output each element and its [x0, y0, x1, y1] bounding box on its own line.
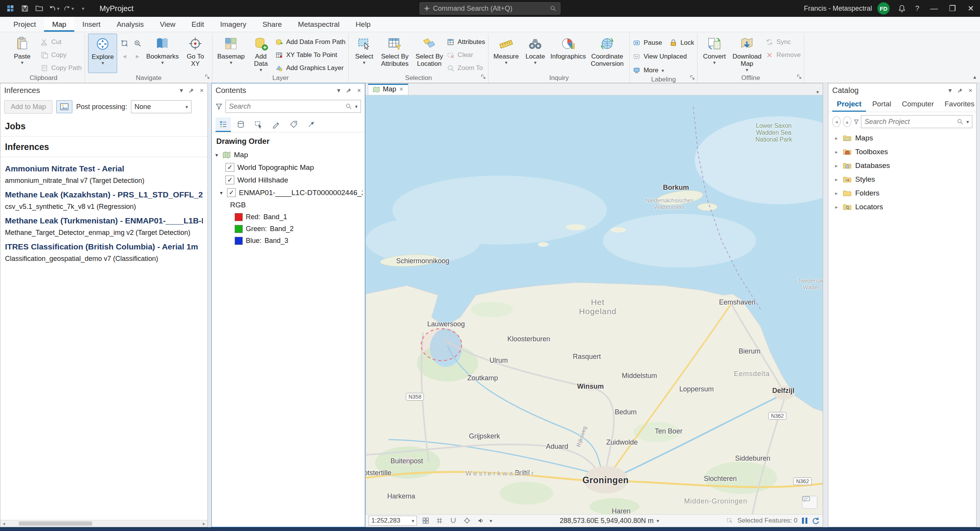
- layer-checkbox[interactable]: ✓: [225, 163, 234, 172]
- inferences-close-icon[interactable]: ×: [200, 87, 204, 94]
- clear-selection-button[interactable]: Clear: [447, 50, 485, 60]
- expander-open-icon[interactable]: ▾: [219, 190, 224, 196]
- copy-path-button[interactable]: Copy Path: [41, 63, 82, 73]
- pin-icon[interactable]: [188, 88, 194, 94]
- add-graphics-layer-button[interactable]: Add Graphics Layer: [275, 63, 345, 73]
- coordinate-readout[interactable]: 288,573.60E 5,949,400.80N m ▾: [496, 517, 723, 525]
- tab-share[interactable]: Share: [255, 17, 290, 32]
- minimize-button[interactable]: —: [925, 0, 943, 17]
- contents-menu-chevron-icon[interactable]: ▾: [337, 86, 341, 94]
- undo-button[interactable]: ▾: [47, 2, 60, 15]
- tab-labeling[interactable]: [286, 117, 301, 132]
- crosshair-icon[interactable]: [462, 517, 472, 524]
- cut-button[interactable]: Cut: [41, 37, 82, 47]
- post-processing-select[interactable]: None ▾: [131, 100, 191, 113]
- attributes-button[interactable]: Attributes: [447, 37, 485, 47]
- bookmarks-button[interactable]: Bookmarks ▾: [145, 34, 180, 73]
- pause-drawing-button[interactable]: [802, 518, 807, 524]
- tab-drawing-order[interactable]: [216, 117, 231, 132]
- band-blue-row[interactable]: Blue: Band_3: [212, 235, 365, 247]
- search-options-chevron-icon[interactable]: ▾: [355, 104, 358, 109]
- tab-project[interactable]: Project: [5, 17, 44, 32]
- expander-collapsed-icon[interactable]: ▸: [834, 135, 839, 141]
- pause-labeling-button[interactable]: Pause: [633, 37, 662, 48]
- catalog-node-locators[interactable]: ▸ Locators: [828, 200, 976, 214]
- tab-edit[interactable]: Edit: [183, 17, 212, 32]
- list-item[interactable]: Methane Leak (Kazakhstan) - PRS_L1_STD_O…: [0, 185, 207, 211]
- previous-extent-icon[interactable]: ◂: [119, 50, 130, 62]
- collapse-ribbon-icon[interactable]: ▴: [973, 73, 976, 80]
- scroll-right-icon[interactable]: ▸: [201, 521, 207, 526]
- expander-open-icon[interactable]: ▾: [214, 152, 219, 158]
- tab-help[interactable]: Help: [348, 17, 379, 32]
- close-button[interactable]: ✕: [962, 0, 980, 17]
- pin-icon[interactable]: [957, 88, 963, 94]
- sound-icon[interactable]: [476, 517, 486, 524]
- offline-dialog-launcher-icon[interactable]: [797, 73, 802, 81]
- scale-select[interactable]: 1:252,283 ▾: [369, 516, 417, 526]
- filter-icon[interactable]: [216, 103, 222, 110]
- tab-view[interactable]: View: [152, 17, 183, 32]
- preview-image-button[interactable]: [56, 100, 72, 113]
- coordinate-conversion-button[interactable]: Coordinate Conversion: [588, 34, 626, 73]
- layer-grid-icon[interactable]: [421, 517, 431, 524]
- copy-button[interactable]: Copy: [41, 50, 82, 60]
- download-map-button[interactable]: Download Map ▾: [730, 34, 764, 73]
- scrollbar-thumb[interactable]: [19, 521, 92, 526]
- tab-metaspectral[interactable]: Metaspectral: [290, 17, 348, 32]
- map-view-tab[interactable]: Map ×: [368, 83, 408, 95]
- fixed-zoom-in-icon[interactable]: [132, 37, 143, 49]
- close-map-tab-icon[interactable]: ×: [399, 85, 403, 93]
- pin-icon[interactable]: [346, 88, 352, 94]
- catalog-tab-portal[interactable]: Portal: [867, 98, 896, 112]
- remove-offline-button[interactable]: Remove: [766, 50, 800, 60]
- avatar[interactable]: FD: [877, 2, 890, 15]
- sync-button[interactable]: Sync: [766, 37, 800, 47]
- grid-icon[interactable]: [434, 517, 444, 524]
- layer-checkbox[interactable]: ✓: [225, 176, 234, 184]
- up-icon[interactable]: ▴: [843, 116, 851, 127]
- select-button[interactable]: Select ▾: [352, 34, 376, 73]
- help-icon[interactable]: ?: [910, 0, 925, 17]
- map-canvas[interactable]: Lower Saxon Wadden Sea National ParkBork…: [366, 95, 823, 514]
- layer-checkbox[interactable]: ✓: [227, 188, 236, 197]
- infographics-button[interactable]: Infographics: [550, 34, 586, 73]
- measure-button[interactable]: Measure ▾: [492, 34, 521, 73]
- horizontal-scrollbar[interactable]: ◂ ▸: [0, 520, 207, 527]
- maximize-button[interactable]: ❐: [943, 0, 962, 17]
- catalog-node-styles[interactable]: ▸ Styles: [828, 173, 976, 186]
- full-extent-icon[interactable]: [119, 37, 130, 49]
- labeling-dialog-launcher-icon[interactable]: [690, 74, 695, 82]
- catalog-tab-project[interactable]: Project: [832, 98, 866, 112]
- basemap-button[interactable]: Basemap ▾: [216, 34, 246, 73]
- command-search-input[interactable]: Command Search (Alt+Q): [420, 2, 560, 15]
- statusbar-chevron-icon[interactable]: ▾: [490, 518, 492, 523]
- filter-icon[interactable]: [854, 118, 859, 125]
- expander-collapsed-icon[interactable]: ▸: [834, 190, 839, 196]
- expander-collapsed-icon[interactable]: ▸: [834, 149, 839, 155]
- tab-data-source[interactable]: [233, 117, 248, 132]
- signed-in-user[interactable]: Francis - Metaspectral: [804, 5, 872, 13]
- app-menu-icon[interactable]: [4, 2, 17, 15]
- lock-labels-button[interactable]: Lock: [670, 37, 694, 48]
- save-icon[interactable]: [18, 2, 31, 15]
- view-unplaced-button[interactable]: View Unplaced: [633, 51, 694, 62]
- tree-node-map[interactable]: ▾ Map: [212, 149, 365, 161]
- notifications-bell-icon[interactable]: [894, 0, 910, 17]
- map-notification-icon[interactable]: [802, 496, 817, 509]
- inferences-menu-chevron-icon[interactable]: ▾: [180, 86, 183, 94]
- contents-close-icon[interactable]: ×: [357, 87, 361, 94]
- catalog-node-toolboxes[interactable]: ▸ Toolboxes: [828, 145, 976, 159]
- tab-insert[interactable]: Insert: [74, 17, 109, 32]
- paste-button[interactable]: Paste ▾: [5, 34, 39, 73]
- layer-world-topographic[interactable]: ✓ World Topographic Map: [212, 161, 365, 174]
- catalog-tab-favorites[interactable]: Favorites: [940, 98, 977, 112]
- expander-collapsed-icon[interactable]: ▸: [834, 176, 839, 182]
- catalog-node-folders[interactable]: ▸ Folders: [828, 186, 976, 200]
- contents-search-input[interactable]: [229, 103, 343, 111]
- explore-button[interactable]: Explore ▾: [88, 34, 117, 73]
- catalog-node-maps[interactable]: ▸ Maps: [828, 131, 976, 145]
- add-data-button[interactable]: Add Data ▾: [248, 34, 274, 73]
- expander-collapsed-icon[interactable]: ▸: [834, 204, 839, 210]
- locate-button[interactable]: Locate ▾: [522, 34, 548, 73]
